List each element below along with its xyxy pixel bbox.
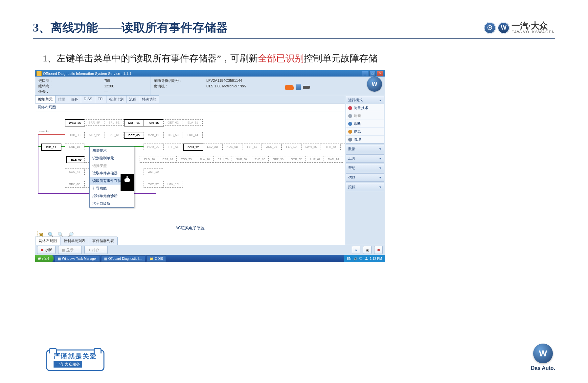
- ecu-node[interactable]: SOU_47: [65, 169, 84, 175]
- side-section-3[interactable]: 帮助▼: [346, 164, 384, 172]
- tab-2[interactable]: 任务: [68, 95, 81, 103]
- tray-volume-icon[interactable]: 🔊: [353, 257, 357, 260]
- ecu-node[interactable]: SCH_17: [183, 144, 203, 151]
- start-button[interactable]: ⊞ start: [35, 255, 54, 262]
- connector-label: connector: [38, 130, 49, 133]
- ecu-node[interactable]: SOF_3D: [287, 156, 306, 163]
- ecu-node[interactable]: ZST_10: [144, 169, 163, 175]
- context-item-7[interactable]: 汽车自诊断: [90, 200, 134, 207]
- tab-6[interactable]: 流程: [126, 95, 139, 103]
- ecu-node[interactable]: BFS_53: [163, 132, 183, 138]
- ecu-node[interactable]: EZE_09: [66, 156, 86, 163]
- ecu-node[interactable]: SRL_8E: [104, 119, 124, 126]
- ecu-node[interactable]: WEG_25: [65, 119, 85, 126]
- ecu-node[interactable]: HDM_0C: [144, 144, 163, 150]
- view-tab-0[interactable]: 网络布局图: [35, 237, 60, 245]
- next-button[interactable]: »: [352, 246, 360, 254]
- side-item-0-4[interactable]: 管理: [346, 135, 384, 143]
- side-section-2[interactable]: 工具▼: [346, 155, 384, 162]
- ecu-node[interactable]: ESB_73: [176, 156, 196, 163]
- maximize-button[interactable]: □: [369, 71, 376, 76]
- taskbar-task-1[interactable]: ▦Offboard Diagnostic I…: [101, 255, 146, 262]
- ecu-node[interactable]: BAR_61: [104, 132, 124, 138]
- ecu-node[interactable]: LGK_1C: [163, 181, 183, 188]
- stop-button[interactable]: ✖: [374, 246, 383, 254]
- brand-cn: 一汽·大众: [511, 21, 555, 30]
- diag-button[interactable]: 诊断: [37, 246, 56, 254]
- ecu-node[interactable]: FLA_10: [282, 144, 301, 150]
- dasauto-logo: W Das Auto.: [531, 344, 555, 371]
- ecu-node[interactable]: HDE_6D: [222, 144, 242, 150]
- tab-3[interactable]: DISS: [81, 95, 95, 103]
- ecu-node[interactable]: EPH_76: [213, 156, 233, 163]
- taskbar-task-0[interactable]: ▦Windows Task Manager: [55, 255, 100, 262]
- ecu-node[interactable]: SVB_06: [250, 156, 270, 163]
- ecu-node[interactable]: DID_19: [41, 144, 61, 151]
- side-section-0[interactable]: 运行模式▲: [346, 96, 384, 104]
- ecu-node[interactable]: MZB_11: [144, 132, 163, 138]
- ecu-node[interactable]: LWR_55: [301, 144, 321, 150]
- tab-4[interactable]: TPI: [95, 95, 106, 103]
- ecu-node[interactable]: ELD_26: [140, 156, 159, 163]
- ecu-node[interactable]: SRR_8F: [84, 119, 104, 126]
- tray-network-icon[interactable]: 🖧: [365, 257, 368, 260]
- ecu-node[interactable]: LSV_2D: [203, 144, 222, 150]
- tray-shield-icon[interactable]: 🛡: [359, 257, 363, 260]
- ecu-node[interactable]: AIR_15: [144, 119, 164, 126]
- tab-7[interactable]: 特殊功能: [139, 95, 159, 103]
- engine-label: 发动机：: [154, 83, 200, 89]
- ecu-node[interactable]: ZUS_05: [262, 144, 282, 150]
- ecu-node[interactable]: ELA_51: [183, 119, 203, 126]
- layout-button[interactable]: ▣: [363, 246, 372, 254]
- slide-footer: 严谨就是关爱 一汽·大众服务 W Das Auto.: [46, 344, 555, 371]
- ecu-node[interactable]: RAD_14: [324, 156, 343, 163]
- close-button[interactable]: ✕: [377, 71, 383, 76]
- context-item-0[interactable]: 测量技术: [90, 147, 134, 154]
- ecu-node[interactable]: ESF_69: [158, 156, 178, 163]
- side-item-0-0[interactable]: 测量技术: [346, 104, 384, 112]
- side-section-4[interactable]: 信息▼: [346, 174, 384, 181]
- tab-0[interactable]: 控制单元: [35, 95, 56, 103]
- taskbar-task-2[interactable]: 📁ODIS: [147, 255, 166, 262]
- ecu-node[interactable]: RFK_6C: [65, 181, 84, 188]
- ecu-node[interactable]: LRE_18: [65, 144, 84, 150]
- instruction-text: 1、左键单击菜单中的“读取所有事件存储器”，可刷新全部已识别控制单元故障存储: [43, 52, 555, 65]
- ecu-node[interactable]: FFF_A5: [163, 144, 183, 150]
- sort-button[interactable]: ↧排序 …: [84, 246, 108, 254]
- ecu-node[interactable]: SFZ_30: [268, 156, 288, 163]
- ecu-node[interactable]: MOT_01: [124, 119, 144, 126]
- ecu-node[interactable]: TVT_57: [144, 181, 163, 188]
- ecu-node[interactable]: GET_02: [163, 119, 183, 126]
- ecu-node[interactable]: HOB_8D: [65, 132, 84, 138]
- view-tab-1[interactable]: 控制单元列表: [60, 237, 89, 245]
- vin-label: 车辆身份识别号：: [154, 78, 200, 83]
- side-item-0-3[interactable]: 信息: [346, 127, 384, 135]
- diag-button-label: 诊断: [45, 248, 52, 253]
- ecu-node[interactable]: TFA_42: [321, 144, 341, 150]
- side-section-5[interactable]: 跟踪▼: [346, 183, 384, 191]
- system-tray[interactable]: EN 🔊 🛡 🖧 1:12 PM: [344, 255, 385, 262]
- app-icon: [36, 71, 42, 76]
- ecu-node[interactable]: ALR_22: [84, 132, 104, 138]
- chevron-icon: ▼: [379, 176, 382, 179]
- side-section-1[interactable]: 数据▼: [346, 145, 384, 153]
- ecu-node[interactable]: LKH_44: [183, 132, 203, 138]
- show-button[interactable]: ▦显示 …: [58, 246, 82, 254]
- network-diagram[interactable]: connector 测量技术识别控制单元选择变型读取事件存储器读取所有事件存储器…: [35, 111, 345, 245]
- ecu-node[interactable]: TBF_52: [242, 144, 262, 150]
- chevron-icon: ▼: [379, 167, 382, 170]
- view-tab-2[interactable]: 事件储器列表: [89, 237, 118, 245]
- ecu-node[interactable]: AHF_69: [305, 156, 325, 163]
- ecu-node[interactable]: CZZ_4F: [341, 144, 345, 150]
- ecu-node[interactable]: BRE_03: [124, 132, 144, 139]
- brand-logos: ⦿ W 一汽·大众 FAW-VOLKSWAGEN: [484, 21, 555, 34]
- ecu-node[interactable]: SVF_36: [232, 156, 251, 163]
- context-item-6[interactable]: 控制单元自诊断: [90, 192, 134, 200]
- ecu-node[interactable]: FLA_20: [195, 156, 215, 163]
- tab-1[interactable]: 结果: [55, 95, 68, 103]
- minimize-button[interactable]: _: [362, 71, 368, 76]
- tab-5[interactable]: 检测计划: [106, 95, 126, 103]
- context-item-1[interactable]: 识别控制单元: [90, 154, 134, 162]
- side-item-0-2[interactable]: 诊断: [346, 120, 384, 127]
- tray-lang[interactable]: EN: [347, 257, 351, 260]
